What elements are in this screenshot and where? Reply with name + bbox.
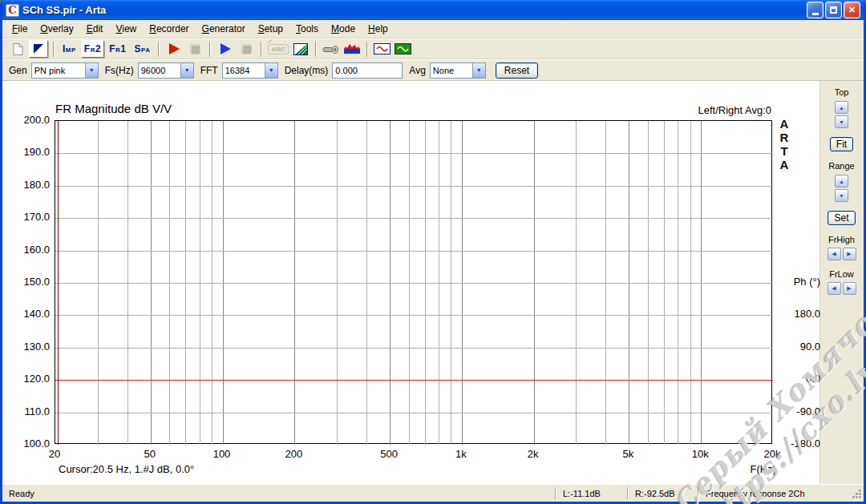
menu-item-view[interactable]: View (109, 22, 143, 36)
maximize-icon (830, 6, 837, 14)
chevron-down-icon: ▼ (85, 63, 98, 78)
generator-type-select[interactable]: PN pink ▼ (31, 62, 99, 79)
menu-item-help[interactable]: Help (362, 22, 395, 36)
spa-mode-label: Spa (132, 43, 152, 54)
sample-rate-value: 96000 (139, 66, 180, 75)
imp-mode-button[interactable]: Imp (59, 40, 79, 58)
gridline-horizontal (55, 315, 773, 316)
x-tick-label: 20k (760, 448, 784, 460)
plot-area[interactable] (55, 120, 772, 444)
frhigh-right-button[interactable]: ▶ (843, 248, 856, 260)
sine-green-icon (395, 43, 411, 54)
new-file-icon (11, 42, 24, 55)
x-tick-label: 50 (138, 448, 162, 460)
arta-logo-letter: A (777, 158, 791, 171)
frlow-right-button[interactable]: ▶ (843, 282, 856, 295)
fr1-mode-button[interactable]: Fr1 (106, 40, 129, 58)
delay-input[interactable]: 0.000 (332, 62, 403, 79)
x-tick-label: 1k (449, 448, 473, 460)
resize-grip[interactable] (850, 487, 863, 500)
frhigh-label: FrHigh (828, 235, 855, 244)
x-tick-label: 10k (688, 448, 712, 460)
top-up-button[interactable]: ▲ (835, 101, 848, 114)
menu-item-file[interactable]: File (6, 22, 34, 36)
cursor-line (58, 121, 59, 445)
frlow-left-button[interactable]: ◀ (828, 282, 841, 295)
generator-type-value: PN pink (32, 66, 85, 75)
status-mode: Frequency response 2Ch (699, 489, 850, 498)
status-ready: Ready (2, 489, 555, 498)
calibrate-button[interactable]: ABC (267, 40, 289, 58)
impulse-window-button[interactable] (29, 40, 48, 58)
y-tick-label: 120.0 (2, 373, 50, 385)
top-down-button[interactable]: ▼ (835, 115, 848, 128)
range-down-button[interactable]: ▼ (835, 189, 848, 202)
menu-item-recorder[interactable]: Recorder (143, 22, 195, 36)
menu-item-mode[interactable]: Mode (325, 22, 362, 36)
fr2-mode-button[interactable]: Fr2 (81, 40, 104, 58)
fs-label: Fs(Hz) (105, 65, 134, 76)
microphone-button[interactable] (322, 40, 341, 58)
arta-logo-letter: R (777, 131, 791, 144)
menu-item-generator[interactable]: Generator (196, 22, 252, 36)
spectrogram-button[interactable] (291, 40, 310, 58)
sample-rate-select[interactable]: 96000 ▼ (138, 62, 194, 79)
chevron-down-icon: ▼ (265, 63, 277, 78)
waveform-button[interactable] (342, 40, 362, 58)
arrow-right-icon: ▶ (847, 285, 851, 292)
chevron-down-icon: ▼ (472, 63, 485, 78)
play-stop-button[interactable] (237, 40, 256, 58)
menu-bar: FileOverlayEditViewRecorderGeneratorSetu… (2, 20, 864, 38)
imp-mode-label: Imp (60, 43, 79, 54)
new-file-button[interactable] (8, 40, 27, 58)
minimize-icon (812, 13, 819, 15)
generator-window-button[interactable] (394, 40, 413, 58)
x-tick-label: 200 (281, 448, 306, 460)
frhigh-left-button[interactable]: ◀ (828, 248, 841, 260)
minimize-button[interactable] (807, 2, 824, 18)
range-up-button[interactable]: ▲ (835, 175, 848, 187)
y-tick-label: 190.0 (2, 146, 50, 158)
play-button[interactable] (216, 40, 235, 58)
menu-item-setup[interactable]: Setup (252, 22, 289, 36)
x-tick-label: 100 (210, 448, 234, 460)
close-button[interactable]: ✕ (844, 2, 860, 18)
arrow-right-icon: ▶ (847, 251, 851, 257)
chart-panel: FR Magnitude dB V/V Left/Right Avg:0 Cur… (2, 81, 820, 484)
waveform-icon (344, 43, 360, 54)
arrow-down-icon: ▼ (839, 193, 844, 199)
delay-label: Delay(ms) (285, 65, 329, 76)
x-tick-label: 5k (616, 448, 640, 460)
avg-label: Avg (409, 65, 425, 76)
signal-window-button[interactable] (373, 40, 392, 58)
range-label: Range (828, 161, 854, 171)
menu-item-overlay[interactable]: Overlay (34, 22, 79, 36)
fr2-mode-label: Fr2 (82, 43, 103, 54)
gridline-horizontal (55, 283, 773, 284)
arrow-left-icon: ◀ (832, 285, 836, 292)
play-stop-icon (241, 44, 252, 54)
record-stop-icon (190, 44, 200, 54)
menu-item-edit[interactable]: Edit (80, 22, 110, 36)
impulse-window-icon (32, 43, 45, 54)
status-bar: Ready L:-11.1dB R:-92.5dB Frequency resp… (2, 484, 864, 502)
menu-item-tools[interactable]: Tools (289, 22, 325, 36)
record-stop-button[interactable] (185, 40, 204, 58)
title-bar[interactable]: C SCh SS.pir - Arta ✕ (2, 0, 864, 20)
set-button[interactable]: Set (828, 211, 855, 225)
reset-button[interactable]: Reset (496, 62, 538, 79)
fft-label: FFT (200, 65, 218, 76)
spa-mode-button[interactable]: Spa (131, 40, 153, 58)
record-button[interactable] (164, 40, 184, 58)
phase-tick-label: 0.0 (779, 373, 820, 385)
maximize-button[interactable] (825, 2, 842, 18)
play-icon (221, 43, 231, 54)
y-tick-label: 100.0 (2, 437, 50, 450)
spectrogram-icon (293, 43, 308, 55)
arrow-up-icon: ▲ (839, 105, 844, 111)
fit-button[interactable]: Fit (830, 137, 853, 151)
gridline-horizontal (55, 218, 773, 219)
fft-size-select[interactable]: 16384 ▼ (222, 62, 278, 79)
averaging-select[interactable]: None ▼ (430, 62, 486, 79)
status-right-level: R:-92.5dB (629, 489, 698, 498)
